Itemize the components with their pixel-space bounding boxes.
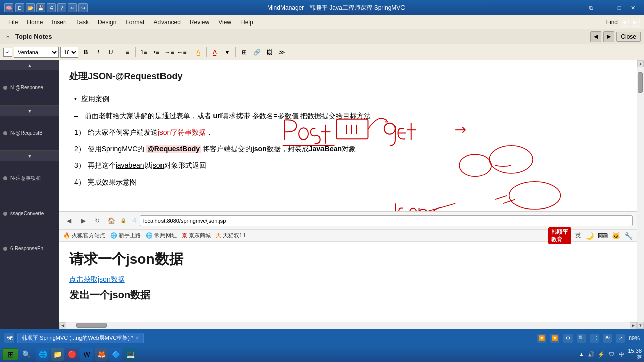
find-next-button[interactable]: ▶ bbox=[631, 18, 640, 27]
browser-link[interactable]: 点击获取json数据 bbox=[69, 275, 627, 284]
find-prev-button[interactable]: ◀ bbox=[620, 18, 629, 27]
tab-mindmap-icon[interactable]: 🗺 bbox=[4, 333, 14, 343]
settings-icon[interactable]: 🔧 bbox=[624, 232, 633, 240]
scroll-track-horizontal[interactable] bbox=[66, 322, 630, 329]
menu-insert[interactable]: Insert bbox=[48, 17, 71, 27]
underline-button[interactable]: U bbox=[105, 47, 116, 58]
panel-expand-icon[interactable]: » bbox=[3, 32, 12, 41]
scroll-up-button[interactable]: ▲ bbox=[637, 60, 644, 67]
note-content[interactable]: 处理JSON-@RequestBody 应用案例 前面老韩给大家讲解的是通过表单… bbox=[59, 60, 637, 211]
table-button[interactable]: ⊞ bbox=[238, 47, 250, 58]
taskbar-app-2[interactable]: 🔷 bbox=[109, 348, 122, 361]
scroll-left-button[interactable]: ◀ bbox=[59, 322, 66, 329]
help-button[interactable]: ? bbox=[57, 3, 66, 12]
menu-view[interactable]: View bbox=[214, 17, 235, 27]
undo-button[interactable]: ↩ bbox=[68, 3, 77, 12]
taskbar-app-word[interactable]: W bbox=[80, 348, 93, 361]
start-button[interactable]: ⊞ bbox=[2, 348, 18, 360]
list-ul-button[interactable]: •≡ bbox=[151, 47, 162, 58]
scroll-down-button[interactable]: ▼ bbox=[637, 322, 644, 329]
panel-close-button[interactable]: Close bbox=[616, 32, 641, 42]
cat-icon[interactable]: 🐱 bbox=[612, 232, 620, 240]
sidebar-item-requestbody[interactable]: N-@RequestB bbox=[0, 116, 59, 151]
color-dropdown[interactable]: ▼ bbox=[222, 47, 233, 58]
image-button[interactable]: 🖼 bbox=[264, 47, 275, 58]
sidebar-scroll-up[interactable]: ▲ bbox=[0, 60, 59, 70]
network-icon[interactable]: ▲ bbox=[577, 350, 586, 359]
sidebar-collapse-2[interactable]: ▼ bbox=[0, 151, 59, 161]
bookmark-2[interactable]: 🌐新手上路 bbox=[110, 232, 141, 239]
antivirus-icon[interactable]: 🛡 bbox=[607, 350, 616, 359]
sidebar-item-converter[interactable]: ssageConverte bbox=[0, 196, 59, 231]
fullscreen-icon[interactable]: ⛶ bbox=[590, 334, 599, 343]
list-ol-button[interactable]: 1≡ bbox=[138, 47, 149, 58]
browser-forward-button[interactable]: ▶ bbox=[77, 215, 89, 226]
lang-icon[interactable]: 英 bbox=[575, 231, 581, 240]
menu-task[interactable]: Task bbox=[72, 17, 93, 27]
bold-button[interactable]: B bbox=[80, 47, 91, 58]
menu-file[interactable]: File bbox=[4, 17, 22, 27]
sidebar-item-notes[interactable]: N-注意事项和 bbox=[0, 161, 59, 196]
tab-add-button[interactable]: + bbox=[147, 334, 155, 342]
input-icon[interactable]: 中 bbox=[617, 350, 626, 359]
align-button[interactable]: ≡ bbox=[122, 47, 133, 58]
font-size-selector[interactable]: 16 bbox=[60, 47, 78, 58]
scroll-thumb-horizontal[interactable] bbox=[76, 323, 107, 328]
browser-home-button[interactable]: 🏠 bbox=[106, 215, 117, 226]
redo-button[interactable]: ↪ bbox=[78, 3, 88, 12]
font-selector[interactable]: Verdana bbox=[14, 47, 59, 58]
close-button[interactable]: ✕ bbox=[627, 3, 640, 13]
open-button[interactable]: 📂 bbox=[26, 3, 35, 12]
panel-next-button[interactable]: ▶ bbox=[603, 31, 614, 42]
minimize-button[interactable]: ─ bbox=[599, 3, 612, 13]
highlight-button[interactable]: A̲ bbox=[193, 47, 204, 58]
scroll-thumb-vertical[interactable] bbox=[638, 72, 643, 93]
sidebar-collapse-1[interactable]: ▼ bbox=[0, 106, 59, 116]
save-button[interactable]: 💾 bbox=[36, 3, 45, 12]
taskbar-app-fox[interactable]: 🦊 bbox=[95, 348, 108, 361]
maximize-button[interactable]: □ bbox=[613, 3, 626, 13]
panel-prev-button[interactable]: ◀ bbox=[590, 31, 601, 42]
filter-icon[interactable]: 🔽 bbox=[537, 334, 546, 343]
menu-format[interactable]: Format bbox=[121, 17, 148, 27]
moon-icon[interactable]: 🌙 bbox=[585, 232, 594, 240]
new-button[interactable]: 🗋 bbox=[15, 3, 24, 12]
tab-close-button[interactable]: ✕ bbox=[135, 335, 139, 341]
print-button[interactable]: 🖨 bbox=[47, 3, 56, 12]
menu-home[interactable]: Home bbox=[23, 17, 47, 27]
active-tab[interactable]: 韩顺平 SpringMVC (...ng的Web层MVC框架) * ✕ bbox=[17, 333, 144, 343]
app-icon[interactable]: 🧠 bbox=[4, 3, 13, 12]
view-icon[interactable]: 👁 bbox=[603, 334, 612, 343]
filter2-icon[interactable]: 🔽 bbox=[550, 334, 559, 343]
settings2-icon[interactable]: ⚙ bbox=[564, 334, 573, 343]
taskbar-app-3[interactable]: 💻 bbox=[124, 348, 137, 361]
sidebar-item-responseen[interactable]: 6-ResponseEn bbox=[0, 231, 59, 266]
scroll-track-vertical[interactable] bbox=[637, 67, 644, 322]
browser-back-button[interactable]: ◀ bbox=[63, 215, 74, 226]
menu-help[interactable]: Help bbox=[236, 17, 257, 27]
keyboard-icon[interactable]: ⌨ bbox=[598, 232, 608, 240]
indent-button[interactable]: →≡ bbox=[164, 47, 175, 58]
taskbar-app-folder[interactable]: 📁 bbox=[51, 348, 64, 361]
search-button[interactable]: 🔍 bbox=[20, 348, 32, 360]
menu-advanced[interactable]: Advanced bbox=[149, 17, 184, 27]
taskbar-app-1[interactable]: 🔴 bbox=[65, 348, 78, 361]
volume-icon[interactable]: 🔊 bbox=[587, 350, 596, 359]
more-button[interactable]: ≫ bbox=[276, 47, 287, 58]
bookmark-1[interactable]: 🔥火狐官方站点 bbox=[63, 232, 105, 239]
menu-review[interactable]: Review bbox=[186, 17, 213, 27]
bookmark-5[interactable]: 天天猫双11 bbox=[216, 232, 246, 239]
menu-design[interactable]: Design bbox=[94, 17, 120, 27]
outdent-button[interactable]: ←≡ bbox=[176, 47, 187, 58]
battery-icon[interactable]: ⚡ bbox=[597, 350, 606, 359]
zoom-icon[interactable]: 🔍 bbox=[577, 334, 586, 343]
link-button[interactable]: 🔗 bbox=[251, 47, 262, 58]
bookmark-4[interactable]: 京京东商城 bbox=[182, 232, 211, 239]
sidebar-item-response[interactable]: N-@Response bbox=[0, 70, 59, 106]
scroll-right-button[interactable]: ▶ bbox=[630, 322, 637, 329]
format-check[interactable]: ✓ bbox=[3, 48, 12, 57]
browser-refresh-button[interactable]: ↻ bbox=[92, 215, 103, 226]
url-bar[interactable] bbox=[140, 215, 633, 226]
bookmark-3[interactable]: 🌐常用网址 bbox=[146, 232, 177, 239]
restore-button[interactable]: ⧉ bbox=[585, 3, 598, 13]
